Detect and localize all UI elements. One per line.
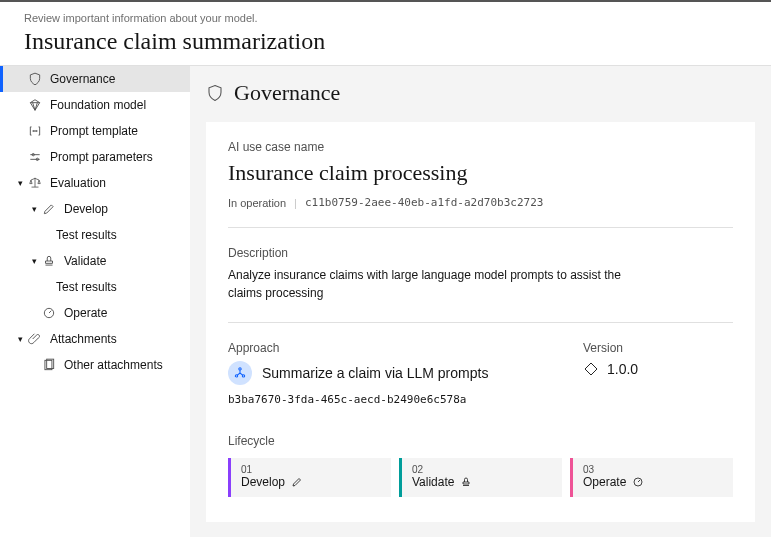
- sidebar-item-other-attachments[interactable]: Other attachments: [0, 352, 190, 378]
- brackets-icon: [28, 124, 44, 138]
- sidebar-item-develop[interactable]: ▾ Develop: [0, 196, 190, 222]
- sidebar-item-prompt-template[interactable]: Prompt template: [0, 118, 190, 144]
- sidebar-item-label: Validate: [64, 254, 106, 268]
- lifecycle-step-name: Operate: [583, 475, 723, 489]
- page-body: Governance Foundation model Prompt templ…: [0, 65, 771, 537]
- svg-point-2: [36, 131, 37, 132]
- approach-label: Approach: [228, 341, 583, 355]
- sidebar: Governance Foundation model Prompt templ…: [0, 65, 190, 537]
- sidebar-item-develop-test-results[interactable]: Test results: [0, 222, 190, 248]
- sidebar-item-label: Operate: [64, 306, 107, 320]
- section-title: Governance: [234, 80, 340, 106]
- main-content: Governance AI use case name Insurance cl…: [190, 65, 771, 537]
- usecase-label: AI use case name: [228, 140, 733, 154]
- sidebar-item-label: Evaluation: [50, 176, 106, 190]
- sidebar-item-label: Test results: [56, 228, 117, 242]
- approach-id: b3ba7670-3fda-465c-aecd-b2490e6c578a: [228, 393, 583, 406]
- document-icon: [42, 358, 58, 372]
- sidebar-item-label: Prompt template: [50, 124, 138, 138]
- separator: |: [294, 197, 297, 209]
- section-header: Governance: [190, 66, 771, 112]
- shield-icon: [28, 72, 44, 86]
- sidebar-item-label: Develop: [64, 202, 108, 216]
- sidebar-item-foundation-model[interactable]: Foundation model: [0, 92, 190, 118]
- usecase-id: c11b0759-2aee-40eb-a1fd-a2d70b3c2723: [305, 196, 543, 209]
- svg-point-0: [33, 131, 34, 132]
- version-value: 1.0.0: [607, 361, 638, 377]
- scale-icon: [28, 176, 44, 190]
- approach-version-row: Approach Summarize a claim via LLM promp…: [228, 323, 733, 406]
- chevron-down-icon: ▾: [28, 204, 40, 214]
- approach-icon: [228, 361, 252, 385]
- diamond-outline-icon: [583, 361, 599, 377]
- sidebar-item-prompt-parameters[interactable]: Prompt parameters: [0, 144, 190, 170]
- gauge-icon: [632, 476, 644, 488]
- chevron-down-icon: ▾: [14, 178, 26, 188]
- shield-icon: [206, 84, 224, 102]
- sidebar-item-validate-test-results[interactable]: Test results: [0, 274, 190, 300]
- version-block: Version 1.0.0: [583, 341, 733, 406]
- chevron-down-icon: ▾: [28, 256, 40, 266]
- usecase-meta: In operation | c11b0759-2aee-40eb-a1fd-a…: [228, 196, 733, 228]
- pencil-icon: [291, 476, 303, 488]
- approach-line: Summarize a claim via LLM prompts: [228, 361, 583, 385]
- gauge-icon: [42, 306, 58, 320]
- lifecycle-step-num: 03: [583, 464, 723, 475]
- sidebar-item-governance[interactable]: Governance: [0, 66, 190, 92]
- paperclip-icon: [28, 332, 44, 346]
- lifecycle-step-validate[interactable]: 02 Validate: [399, 458, 562, 497]
- version-label: Version: [583, 341, 733, 355]
- lifecycle-label: Lifecycle: [228, 434, 733, 448]
- description-text: Analyze insurance claims with large lang…: [228, 266, 648, 302]
- lifecycle-step-name: Validate: [412, 475, 552, 489]
- lifecycle-step-num: 01: [241, 464, 381, 475]
- svg-point-8: [239, 368, 241, 370]
- svg-point-1: [35, 131, 36, 132]
- sidebar-item-label: Foundation model: [50, 98, 146, 112]
- stamp-icon: [42, 254, 58, 268]
- lifecycle-step-operate[interactable]: 03 Operate: [570, 458, 733, 497]
- sidebar-item-label: Governance: [50, 72, 115, 86]
- pencil-icon: [42, 202, 58, 216]
- sliders-icon: [28, 150, 44, 164]
- description-label: Description: [228, 246, 733, 260]
- governance-card: AI use case name Insurance claim process…: [206, 122, 755, 522]
- header-subtitle: Review important information about your …: [24, 12, 751, 24]
- page-header: Review important information about your …: [0, 2, 771, 65]
- sidebar-item-label: Attachments: [50, 332, 117, 346]
- page-title: Insurance claim summarization: [24, 28, 751, 55]
- usecase-status: In operation: [228, 197, 286, 209]
- description-block: Description Analyze insurance claims wit…: [228, 228, 733, 323]
- approach-name: Summarize a claim via LLM prompts: [262, 365, 488, 381]
- sidebar-item-evaluation[interactable]: ▾ Evaluation: [0, 170, 190, 196]
- sidebar-item-operate[interactable]: Operate: [0, 300, 190, 326]
- version-line: 1.0.0: [583, 361, 733, 377]
- sidebar-item-label: Test results: [56, 280, 117, 294]
- lifecycle-step-num: 02: [412, 464, 552, 475]
- diamond-icon: [28, 98, 44, 112]
- sidebar-item-attachments[interactable]: ▾ Attachments: [0, 326, 190, 352]
- lifecycle-step-name: Develop: [241, 475, 381, 489]
- sidebar-item-label: Other attachments: [64, 358, 163, 372]
- usecase-name: Insurance claim processing: [228, 160, 733, 186]
- sidebar-item-validate[interactable]: ▾ Validate: [0, 248, 190, 274]
- lifecycle-step-develop[interactable]: 01 Develop: [228, 458, 391, 497]
- chevron-down-icon: ▾: [14, 334, 26, 344]
- approach-block: Approach Summarize a claim via LLM promp…: [228, 341, 583, 406]
- stamp-icon: [460, 476, 472, 488]
- lifecycle-steps: 01 Develop 02 Validate 03 O: [228, 458, 733, 497]
- sidebar-item-label: Prompt parameters: [50, 150, 153, 164]
